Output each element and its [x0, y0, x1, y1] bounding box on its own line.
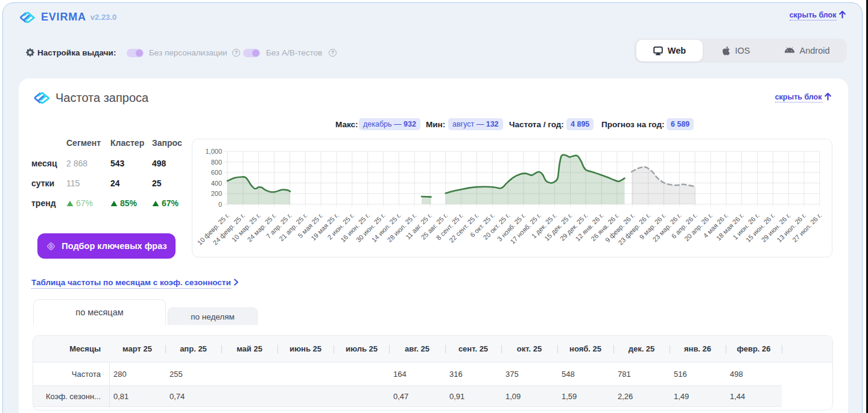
svg-text:400: 400	[211, 180, 222, 187]
svg-text:800: 800	[211, 159, 222, 166]
svg-text:600: 600	[211, 169, 222, 176]
svg-text:1,000: 1,000	[205, 148, 222, 155]
svg-text:0: 0	[218, 201, 222, 208]
svg-text:200: 200	[211, 190, 222, 197]
